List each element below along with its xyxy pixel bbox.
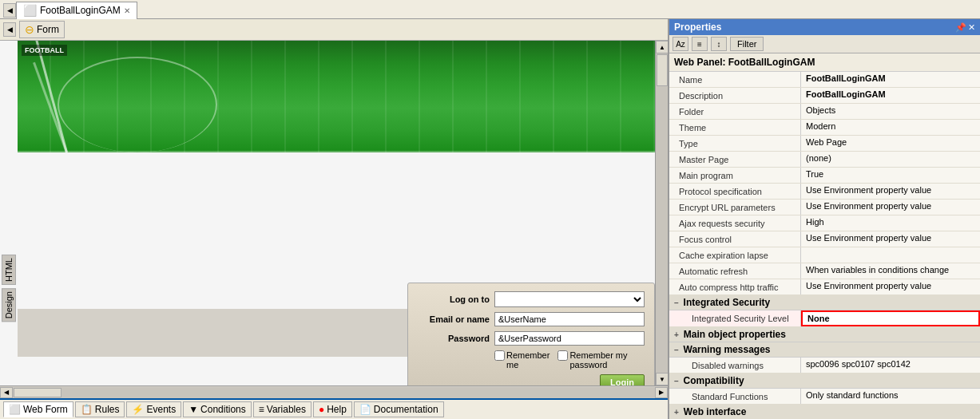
main-tab[interactable]: ⬜ FootBallLoginGAM ✕ — [16, 2, 137, 19]
horizontal-scrollbar: ◀ ▶ — [0, 385, 668, 398]
web-interface-label: Web interface — [684, 406, 746, 417]
prop-row-theme[interactable]: Theme Modern — [669, 120, 980, 136]
prop-value-folder: Objects — [801, 104, 980, 119]
conditions-label: Conditions — [200, 404, 246, 415]
properties-content: Web Panel: FootBallLoginGAM Name FootBal… — [669, 53, 980, 419]
design-side-label[interactable]: Design — [2, 288, 16, 322]
prop-row-auto-refresh[interactable]: Automatic refresh When variables in cond… — [669, 263, 980, 279]
tab-conditions[interactable]: ▼ Conditions — [183, 401, 252, 417]
compatibility-label: Compatibility — [684, 375, 744, 386]
prop-name-security-level: Integrated Security Level — [669, 310, 801, 326]
tab-scroll-left[interactable]: ◀ — [3, 3, 16, 18]
prop-name-ajax: Ajax requests security — [669, 215, 801, 231]
tab-events[interactable]: ⚡ Events — [126, 401, 181, 417]
compatibility-section[interactable]: – Compatibility — [669, 374, 980, 389]
vertical-scrollbar: ▲ ▼ — [655, 41, 668, 385]
prop-name-master-page: Master Page — [669, 152, 801, 167]
log-on-to-select[interactable] — [494, 291, 645, 307]
tab-documentation[interactable]: 📄 Documentation — [354, 401, 444, 417]
scroll-down-arrow[interactable]: ▼ — [656, 373, 668, 385]
form-button[interactable]: ⊖ Form — [19, 21, 65, 38]
remember-password-label: Remember mypassword — [569, 350, 627, 370]
prop-row-ajax[interactable]: Ajax requests security High — [669, 215, 980, 231]
tab-close-icon[interactable]: ✕ — [124, 6, 130, 15]
prop-row-security-level[interactable]: Integrated Security Level None — [669, 310, 980, 327]
email-row: Email or name — [418, 312, 645, 326]
prop-row-disabled-warnings[interactable]: Disabled warnings spc0096 spc0107 spc014… — [669, 358, 980, 374]
h-scroll-right-arrow[interactable]: ▶ — [655, 387, 668, 398]
prop-value-type: Web Page — [801, 136, 980, 151]
collapse-icon: – — [674, 298, 679, 307]
sort-alpha-btn[interactable]: Az — [673, 37, 688, 51]
scroll-thumb[interactable] — [657, 54, 668, 86]
login-form: Log on to Email or name Password — [407, 283, 655, 385]
tab-web-form[interactable]: ⬜ Web Form — [3, 401, 73, 417]
web-interface-section[interactable]: + Web interface — [669, 405, 980, 419]
prop-row-type[interactable]: Type Web Page — [669, 136, 980, 152]
properties-toolbar: Az ≡ ↕ Filter — [669, 35, 980, 53]
tab-help[interactable]: ● Help — [313, 401, 352, 417]
prop-row-description[interactable]: Description FootBallLoginGAM — [669, 88, 980, 104]
password-label: Password — [418, 334, 490, 343]
prop-name-disabled-warnings: Disabled warnings — [669, 358, 801, 373]
help-label: Help — [327, 404, 347, 415]
log-on-to-row: Log on to — [418, 291, 645, 307]
prop-row-name[interactable]: Name FootBallLoginGAM — [669, 72, 980, 88]
properties-close-button[interactable]: ✕ — [968, 22, 975, 33]
prop-row-cache[interactable]: Cache expiration lapse — [669, 247, 980, 263]
tab-icon: ⬜ — [23, 4, 37, 17]
h-scroll-track[interactable] — [13, 387, 655, 398]
designer-toolbar: ◀ ⊖ Form — [0, 19, 668, 41]
scroll-track[interactable] — [656, 53, 668, 373]
scroll-up-arrow[interactable]: ▲ — [656, 41, 668, 53]
prop-value-description: FootBallLoginGAM — [801, 88, 980, 103]
h-scroll-left-arrow[interactable]: ◀ — [0, 387, 13, 398]
form-label: Form — [37, 24, 59, 35]
prop-name-auto-refresh: Automatic refresh — [669, 263, 801, 279]
variables-icon: ≡ — [259, 404, 264, 415]
prop-name-cache: Cache expiration lapse — [669, 247, 801, 263]
prop-row-standard-functions[interactable]: Standard Functions Only standard functio… — [669, 389, 980, 405]
login-button[interactable]: Login — [600, 374, 645, 385]
tab-rules[interactable]: 📋 Rules — [75, 401, 125, 417]
html-side-label[interactable]: HTML — [2, 255, 16, 285]
tab-variables[interactable]: ≡ Variables — [253, 401, 311, 417]
prop-row-compress[interactable]: Auto compress http traffic Use Environme… — [669, 279, 980, 295]
password-input[interactable] — [494, 331, 645, 346]
properties-header-buttons: 📌 ✕ — [955, 22, 975, 33]
prop-value-security-level: None — [801, 310, 980, 326]
prop-name-folder: Folder — [669, 104, 801, 119]
prop-value-name: FootBallLoginGAM — [801, 72, 980, 87]
prop-row-encrypt[interactable]: Encrypt URL parameters Use Environment p… — [669, 200, 980, 215]
email-input[interactable] — [494, 312, 645, 326]
warning-messages-label: Warning messages — [684, 344, 771, 355]
prop-row-folder[interactable]: Folder Objects — [669, 104, 980, 120]
bottom-tab-bar: ⬜ Web Form 📋 Rules ⚡ Events ▼ Conditions… — [0, 398, 668, 419]
integrated-security-section[interactable]: – Integrated Security — [669, 295, 980, 310]
h-scroll-thumb[interactable] — [14, 388, 61, 397]
warning-messages-section[interactable]: – Warning messages — [669, 342, 980, 358]
prop-row-main-program[interactable]: Main program True — [669, 168, 980, 184]
prop-row-protocol[interactable]: Protocol specification Use Environment p… — [669, 184, 980, 200]
logo-area: FOOTBALL — [22, 45, 67, 56]
scroll-left-btn[interactable]: ◀ — [3, 22, 16, 37]
remember-password-checkbox[interactable] — [557, 350, 568, 361]
documentation-label: Documentation — [374, 404, 438, 415]
main-object-section[interactable]: + Main object properties — [669, 327, 980, 342]
football-background: FOOTBALL — [18, 41, 655, 152]
pin-button[interactable]: 📌 — [955, 22, 966, 33]
prop-row-focus[interactable]: Focus control Use Environment property v… — [669, 231, 980, 247]
prop-name-encrypt: Encrypt URL parameters — [669, 200, 801, 215]
sort-btn[interactable]: ↕ — [711, 37, 727, 51]
prop-name-description: Description — [669, 88, 801, 103]
prop-value-theme: Modern — [801, 120, 980, 135]
remember-me-checkbox[interactable] — [494, 350, 505, 361]
canvas-area: HTML Design FOOTBALL — [0, 41, 655, 385]
remember-me-item: Remem­berme — [494, 350, 550, 370]
remember-password-item: Remember mypassword — [557, 350, 627, 370]
prop-name-theme: Theme — [669, 120, 801, 135]
sort-category-btn[interactable]: ≡ — [692, 37, 708, 51]
filter-button[interactable]: Filter — [730, 37, 764, 51]
prop-row-master-page[interactable]: Master Page (none) — [669, 152, 980, 168]
web-form-icon: ⬜ — [9, 404, 21, 415]
